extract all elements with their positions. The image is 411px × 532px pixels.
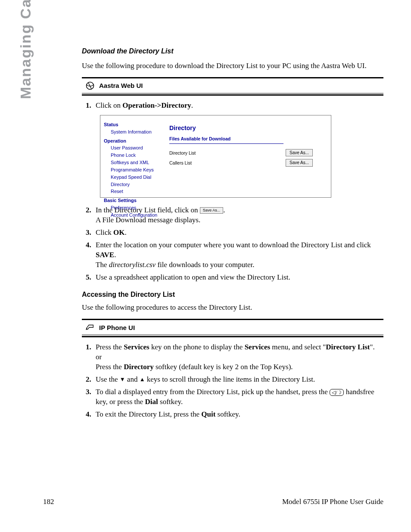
nav-item-programmable-keys[interactable]: Programmable Keys [111,167,168,173]
text: file downloads to your computer. [156,261,254,269]
text: menu, and select " [270,343,326,351]
save-as-button[interactable]: Save As... [286,149,313,157]
text: Press the [96,363,124,371]
step-item: Use the ▼ and ▲ keys to scroll through t… [93,375,383,385]
phone-ui-steps: Press the Services key on the phone to d… [82,342,383,420]
row-label: Directory List [169,150,286,156]
doc-title: Model 6755i IP Phone User Guide [282,498,383,506]
nav-item-directory[interactable]: Directory [111,181,168,188]
step-item: Click on Operation->Directory. Status Sy… [93,101,383,198]
side-section-title: Managing Calls [17,0,34,99]
step-item: Click OK. [93,228,383,238]
nav-group-basic-settings[interactable]: Basic Settings [104,197,168,204]
softkey-label: Quit [201,410,215,418]
menu-path: Operation->Directory [122,101,191,109]
divider [82,335,383,335]
nav-item-preferences[interactable]: Preferences [111,205,168,211]
nav-item-account-configuration[interactable]: Account Configuration [111,212,168,218]
web-ui-steps: Click on Operation->Directory. Status Sy… [82,101,383,283]
text: softkey. [158,398,183,406]
save-label: SAVE [96,251,114,259]
row-label: Callers List [169,160,286,166]
text: . [114,251,116,259]
section-title: Accessing the Directory List [82,291,383,299]
web-ui-screenshot: Status System Information Operation User… [100,115,331,198]
filename: directorylist.csv [109,261,156,269]
down-arrow-icon: ▼ [120,376,125,383]
save-as-button[interactable]: Save As... [286,159,313,167]
web-ui-panel-header: Aastra Web UI [82,79,383,92]
step-item: Use a spreadsheet application to open an… [93,273,383,283]
nav-sidebar: Status System Information Operation User… [104,119,168,218]
handsfree-key-icon: ◁/☽ [330,389,344,396]
divider [82,94,383,96]
text: Use the [96,375,120,383]
softkey-label: Directory [124,363,154,371]
phone-ui-panel-header: IP Phone UI [82,321,383,334]
text: key on the phone to display the [149,343,245,351]
panel-label: IP Phone UI [99,324,135,331]
text: . [125,228,127,236]
divider [82,77,383,78]
nav-item-keypad-speed-dial[interactable]: Keypad Speed Dial [111,174,168,180]
nav-group-status[interactable]: Status [104,121,168,128]
text: . [223,206,225,214]
divider [82,93,383,93]
step-item: Press the Services key on the phone to d… [93,342,383,372]
text: To dial a displayed entry from the Direc… [96,388,330,396]
text: softkey. [215,410,240,418]
download-row: Callers List Save As... [169,159,327,167]
text: The [96,261,109,269]
section-title: Download the Directory List [82,47,383,55]
text: Click on [96,101,122,109]
step-item: To exit the Directory List, press the Qu… [93,410,383,420]
page-content: Download the Directory List Use the foll… [82,47,383,427]
divider [82,336,383,337]
nav-item-phone-lock[interactable]: Phone Lock [111,152,168,159]
menu-label: Services [245,343,270,351]
phone-icon [85,323,95,332]
menu-item-label: Directory List [326,343,370,351]
page-number: 182 [43,498,54,506]
intro-paragraph: Use the following procedures to access t… [82,303,383,313]
key-label: Services [124,343,149,351]
divider [82,319,383,320]
text: To exit the Directory List, press the [96,410,201,418]
main-panel: Directory Files Available for Download D… [169,124,327,169]
nav-group-operation[interactable]: Operation [104,138,168,144]
nav-item-reset[interactable]: Reset [111,188,168,195]
nav-item-system-information[interactable]: System Information [111,129,168,135]
ok-label: OK [113,228,125,236]
text: Enter the location on your computer wher… [96,241,371,249]
page-footer: 182 Model 6755i IP Phone User Guide [43,498,383,506]
text: or [96,353,102,361]
text: ". [370,343,374,351]
panel-title: Directory [169,124,327,132]
globe-icon [85,81,95,90]
up-arrow-icon: ▲ [140,376,145,383]
panel-subtitle: Files Available for Download [169,136,283,144]
text: Click [96,228,113,236]
nav-item-softkeys-xml[interactable]: Softkeys and XML [111,159,168,166]
text: . [191,101,193,109]
step-item: To dial a displayed entry from the Direc… [93,387,383,407]
intro-paragraph: Use the following procedure to download … [82,61,383,71]
panel-label: Aastra Web UI [99,82,143,89]
text: keys to scroll through the line items in… [145,375,315,383]
text: and [125,375,140,383]
step-item: Enter the location on your computer wher… [93,240,383,270]
save-as-button-inline: Save As... [200,207,224,214]
text: softkey (default key is key 2 on the Top… [154,363,293,371]
softkey-label: Dial [145,398,158,406]
nav-item-user-password[interactable]: User Password [111,145,168,151]
text: Press the [96,343,124,351]
download-row: Directory List Save As... [169,149,327,157]
